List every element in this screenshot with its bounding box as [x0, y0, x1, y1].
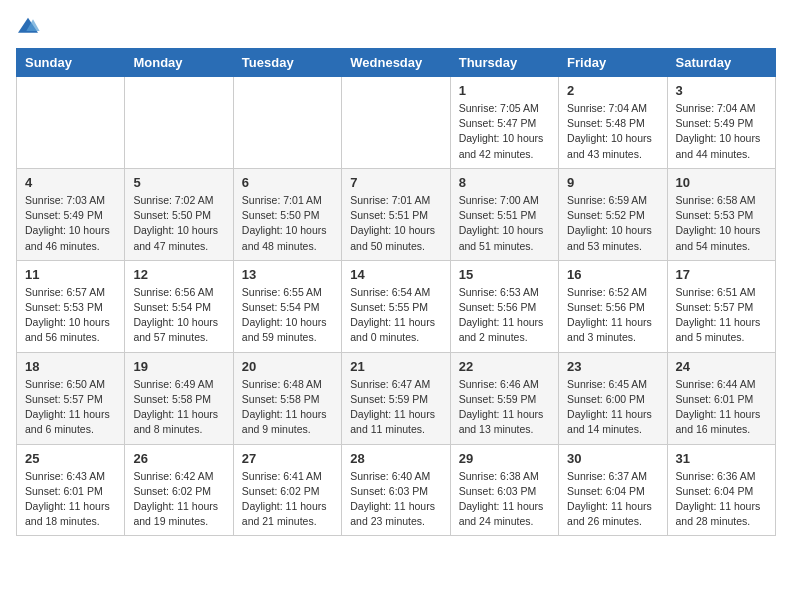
weekday-header-thursday: Thursday [450, 49, 558, 77]
calendar-cell: 11Sunrise: 6:57 AM Sunset: 5:53 PM Dayli… [17, 260, 125, 352]
weekday-header-monday: Monday [125, 49, 233, 77]
day-number: 6 [242, 175, 333, 190]
calendar-cell: 26Sunrise: 6:42 AM Sunset: 6:02 PM Dayli… [125, 444, 233, 536]
calendar-cell: 15Sunrise: 6:53 AM Sunset: 5:56 PM Dayli… [450, 260, 558, 352]
weekday-header-friday: Friday [559, 49, 667, 77]
day-number: 27 [242, 451, 333, 466]
day-number: 14 [350, 267, 441, 282]
weekday-header-wednesday: Wednesday [342, 49, 450, 77]
day-info: Sunrise: 6:52 AM Sunset: 5:56 PM Dayligh… [567, 285, 658, 346]
calendar-cell: 4Sunrise: 7:03 AM Sunset: 5:49 PM Daylig… [17, 168, 125, 260]
day-info: Sunrise: 7:01 AM Sunset: 5:50 PM Dayligh… [242, 193, 333, 254]
day-info: Sunrise: 6:41 AM Sunset: 6:02 PM Dayligh… [242, 469, 333, 530]
day-info: Sunrise: 6:40 AM Sunset: 6:03 PM Dayligh… [350, 469, 441, 530]
day-info: Sunrise: 7:05 AM Sunset: 5:47 PM Dayligh… [459, 101, 550, 162]
day-number: 16 [567, 267, 658, 282]
calendar-cell: 10Sunrise: 6:58 AM Sunset: 5:53 PM Dayli… [667, 168, 775, 260]
day-number: 29 [459, 451, 550, 466]
day-number: 2 [567, 83, 658, 98]
day-info: Sunrise: 6:54 AM Sunset: 5:55 PM Dayligh… [350, 285, 441, 346]
day-info: Sunrise: 6:45 AM Sunset: 6:00 PM Dayligh… [567, 377, 658, 438]
day-number: 21 [350, 359, 441, 374]
day-info: Sunrise: 6:36 AM Sunset: 6:04 PM Dayligh… [676, 469, 767, 530]
calendar-cell: 9Sunrise: 6:59 AM Sunset: 5:52 PM Daylig… [559, 168, 667, 260]
day-info: Sunrise: 6:58 AM Sunset: 5:53 PM Dayligh… [676, 193, 767, 254]
day-info: Sunrise: 6:43 AM Sunset: 6:01 PM Dayligh… [25, 469, 116, 530]
day-number: 17 [676, 267, 767, 282]
day-info: Sunrise: 7:00 AM Sunset: 5:51 PM Dayligh… [459, 193, 550, 254]
calendar-cell: 18Sunrise: 6:50 AM Sunset: 5:57 PM Dayli… [17, 352, 125, 444]
day-info: Sunrise: 7:04 AM Sunset: 5:48 PM Dayligh… [567, 101, 658, 162]
calendar-cell: 8Sunrise: 7:00 AM Sunset: 5:51 PM Daylig… [450, 168, 558, 260]
day-number: 25 [25, 451, 116, 466]
calendar-cell [233, 77, 341, 169]
day-number: 12 [133, 267, 224, 282]
calendar-cell: 1Sunrise: 7:05 AM Sunset: 5:47 PM Daylig… [450, 77, 558, 169]
day-info: Sunrise: 6:55 AM Sunset: 5:54 PM Dayligh… [242, 285, 333, 346]
day-info: Sunrise: 6:44 AM Sunset: 6:01 PM Dayligh… [676, 377, 767, 438]
day-number: 19 [133, 359, 224, 374]
calendar-cell: 25Sunrise: 6:43 AM Sunset: 6:01 PM Dayli… [17, 444, 125, 536]
page-header [16, 16, 776, 36]
day-info: Sunrise: 6:37 AM Sunset: 6:04 PM Dayligh… [567, 469, 658, 530]
day-number: 22 [459, 359, 550, 374]
calendar-cell: 13Sunrise: 6:55 AM Sunset: 5:54 PM Dayli… [233, 260, 341, 352]
day-number: 31 [676, 451, 767, 466]
day-number: 8 [459, 175, 550, 190]
calendar-cell: 20Sunrise: 6:48 AM Sunset: 5:58 PM Dayli… [233, 352, 341, 444]
day-info: Sunrise: 6:51 AM Sunset: 5:57 PM Dayligh… [676, 285, 767, 346]
day-number: 13 [242, 267, 333, 282]
day-number: 23 [567, 359, 658, 374]
calendar-cell [17, 77, 125, 169]
day-info: Sunrise: 6:46 AM Sunset: 5:59 PM Dayligh… [459, 377, 550, 438]
day-info: Sunrise: 7:02 AM Sunset: 5:50 PM Dayligh… [133, 193, 224, 254]
day-info: Sunrise: 7:04 AM Sunset: 5:49 PM Dayligh… [676, 101, 767, 162]
day-number: 24 [676, 359, 767, 374]
day-number: 28 [350, 451, 441, 466]
calendar-cell: 29Sunrise: 6:38 AM Sunset: 6:03 PM Dayli… [450, 444, 558, 536]
calendar-cell: 14Sunrise: 6:54 AM Sunset: 5:55 PM Dayli… [342, 260, 450, 352]
weekday-header-sunday: Sunday [17, 49, 125, 77]
calendar-cell: 6Sunrise: 7:01 AM Sunset: 5:50 PM Daylig… [233, 168, 341, 260]
day-info: Sunrise: 6:50 AM Sunset: 5:57 PM Dayligh… [25, 377, 116, 438]
day-info: Sunrise: 6:49 AM Sunset: 5:58 PM Dayligh… [133, 377, 224, 438]
day-number: 5 [133, 175, 224, 190]
day-info: Sunrise: 6:48 AM Sunset: 5:58 PM Dayligh… [242, 377, 333, 438]
day-info: Sunrise: 6:57 AM Sunset: 5:53 PM Dayligh… [25, 285, 116, 346]
calendar-cell: 12Sunrise: 6:56 AM Sunset: 5:54 PM Dayli… [125, 260, 233, 352]
calendar-cell [342, 77, 450, 169]
day-info: Sunrise: 6:53 AM Sunset: 5:56 PM Dayligh… [459, 285, 550, 346]
day-number: 18 [25, 359, 116, 374]
day-number: 1 [459, 83, 550, 98]
day-number: 10 [676, 175, 767, 190]
day-number: 3 [676, 83, 767, 98]
calendar-cell: 30Sunrise: 6:37 AM Sunset: 6:04 PM Dayli… [559, 444, 667, 536]
day-number: 15 [459, 267, 550, 282]
day-info: Sunrise: 6:59 AM Sunset: 5:52 PM Dayligh… [567, 193, 658, 254]
calendar-cell: 27Sunrise: 6:41 AM Sunset: 6:02 PM Dayli… [233, 444, 341, 536]
calendar-cell: 31Sunrise: 6:36 AM Sunset: 6:04 PM Dayli… [667, 444, 775, 536]
day-info: Sunrise: 6:38 AM Sunset: 6:03 PM Dayligh… [459, 469, 550, 530]
calendar-cell: 24Sunrise: 6:44 AM Sunset: 6:01 PM Dayli… [667, 352, 775, 444]
calendar-table: SundayMondayTuesdayWednesdayThursdayFrid… [16, 48, 776, 536]
calendar-cell: 2Sunrise: 7:04 AM Sunset: 5:48 PM Daylig… [559, 77, 667, 169]
calendar-cell [125, 77, 233, 169]
calendar-cell: 23Sunrise: 6:45 AM Sunset: 6:00 PM Dayli… [559, 352, 667, 444]
calendar-cell: 3Sunrise: 7:04 AM Sunset: 5:49 PM Daylig… [667, 77, 775, 169]
day-number: 11 [25, 267, 116, 282]
logo [16, 16, 44, 36]
day-number: 9 [567, 175, 658, 190]
day-info: Sunrise: 7:03 AM Sunset: 5:49 PM Dayligh… [25, 193, 116, 254]
day-info: Sunrise: 7:01 AM Sunset: 5:51 PM Dayligh… [350, 193, 441, 254]
calendar-cell: 7Sunrise: 7:01 AM Sunset: 5:51 PM Daylig… [342, 168, 450, 260]
logo-icon [16, 16, 40, 36]
day-number: 4 [25, 175, 116, 190]
day-info: Sunrise: 6:42 AM Sunset: 6:02 PM Dayligh… [133, 469, 224, 530]
calendar-cell: 5Sunrise: 7:02 AM Sunset: 5:50 PM Daylig… [125, 168, 233, 260]
weekday-header-tuesday: Tuesday [233, 49, 341, 77]
weekday-header-saturday: Saturday [667, 49, 775, 77]
day-number: 26 [133, 451, 224, 466]
calendar-cell: 17Sunrise: 6:51 AM Sunset: 5:57 PM Dayli… [667, 260, 775, 352]
day-number: 7 [350, 175, 441, 190]
day-number: 20 [242, 359, 333, 374]
